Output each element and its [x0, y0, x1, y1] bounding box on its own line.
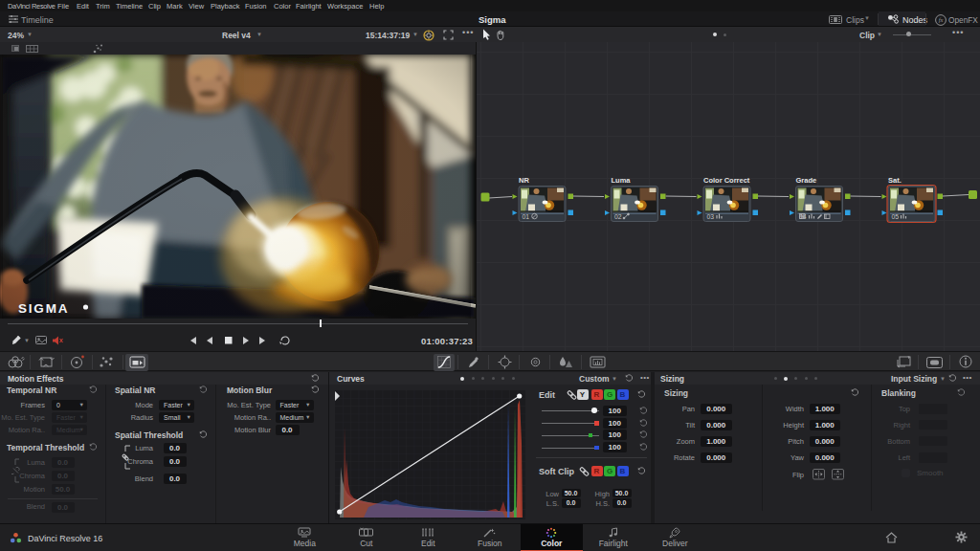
- svg-text:05: 05: [892, 213, 900, 220]
- svg-text:03: 03: [707, 213, 715, 220]
- svg-text:fx: fx: [939, 16, 944, 23]
- svg-text:NR: NR: [519, 176, 529, 185]
- svg-text:Sat.: Sat.: [888, 176, 902, 185]
- svg-text:Luma: Luma: [612, 176, 632, 185]
- svg-text:SIGMA: SIGMA: [18, 301, 69, 316]
- svg-text:02: 02: [614, 213, 622, 220]
- svg-text:Grade: Grade: [796, 176, 817, 185]
- svg-text:01: 01: [523, 213, 530, 220]
- svg-text:Color Correct: Color Correct: [703, 176, 750, 185]
